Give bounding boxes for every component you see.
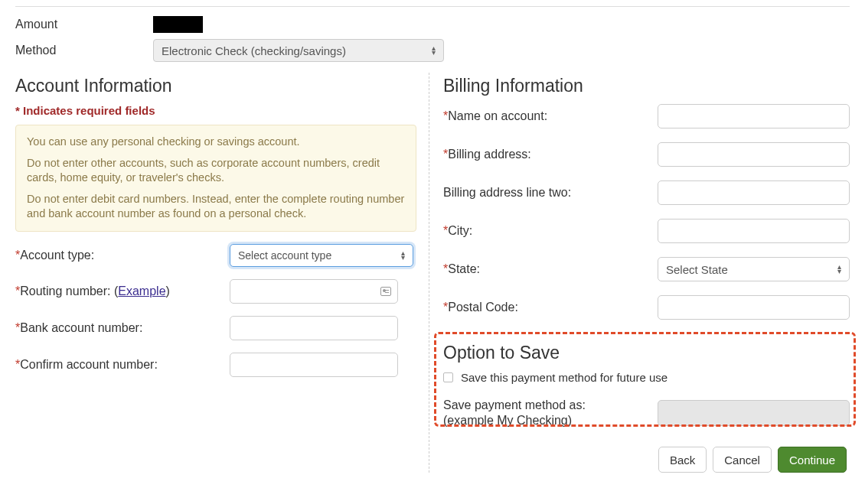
- routing-number-input[interactable]: [230, 279, 398, 304]
- confirm-account-number-label: *Confirm account number:: [15, 358, 230, 372]
- info-line-2: Do not enter other accounts, such as cor…: [27, 156, 405, 186]
- required-fields-note: * Indicates required fields: [15, 104, 416, 117]
- confirm-account-number-input[interactable]: [230, 353, 398, 377]
- chevron-updown-icon: ▴▾: [401, 251, 405, 260]
- option-to-save-heading: Option to Save: [443, 343, 850, 363]
- state-select[interactable]: Select State ▴▾: [658, 257, 850, 281]
- postal-code-input[interactable]: [658, 295, 850, 320]
- billing-address2-label: Billing address line two:: [443, 186, 658, 200]
- routing-number-label: *Routing number: (Example): [15, 285, 230, 298]
- state-label: *State:: [443, 262, 658, 276]
- account-info-box: You can use any personal checking or sav…: [15, 125, 416, 232]
- name-on-account-input[interactable]: [658, 104, 850, 128]
- bank-account-number-label: *Bank account number:: [15, 321, 230, 335]
- top-divider: [15, 6, 850, 7]
- bank-account-number-input[interactable]: [230, 316, 398, 340]
- name-on-account-label: *Name on account:: [443, 109, 658, 123]
- amount-value-redacted: [153, 16, 203, 33]
- billing-address-label: *Billing address:: [443, 148, 658, 161]
- method-select[interactable]: Electronic Check (checking/savings) ▴▾: [153, 39, 444, 62]
- account-type-label: *Account type:: [15, 249, 230, 262]
- contact-card-icon: [380, 287, 391, 296]
- save-payment-checkbox-label: Save this payment method for future use: [461, 371, 668, 384]
- save-as-input: [658, 400, 850, 426]
- info-line-3: Do not enter debit card numbers. Instead…: [27, 192, 405, 222]
- method-label: Method: [15, 44, 153, 57]
- chevron-updown-icon: ▴▾: [837, 265, 841, 274]
- cancel-button[interactable]: Cancel: [713, 447, 772, 473]
- save-as-label: Save payment method as: (example My Chec…: [443, 398, 658, 428]
- save-payment-checkbox[interactable]: [443, 372, 453, 382]
- account-info-heading: Account Information: [15, 76, 416, 96]
- billing-info-heading: Billing Information: [443, 76, 850, 96]
- city-input[interactable]: [658, 219, 850, 243]
- state-select-value: Select State: [666, 263, 728, 276]
- account-type-select-value: Select account type: [238, 249, 331, 262]
- method-select-value: Electronic Check (checking/savings): [162, 44, 346, 57]
- city-label: *City:: [443, 224, 658, 238]
- routing-example-link[interactable]: Example: [118, 285, 165, 298]
- billing-address2-input[interactable]: [658, 180, 850, 205]
- account-type-select[interactable]: Select account type ▴▾: [230, 244, 413, 267]
- chevron-updown-icon: ▴▾: [432, 46, 436, 55]
- amount-label: Amount: [15, 18, 153, 31]
- postal-code-label: *Postal Code:: [443, 301, 658, 314]
- info-line-1: You can use any personal checking or sav…: [27, 135, 405, 150]
- billing-address-input[interactable]: [658, 142, 850, 167]
- continue-button[interactable]: Continue: [778, 447, 847, 473]
- back-button[interactable]: Back: [658, 447, 707, 473]
